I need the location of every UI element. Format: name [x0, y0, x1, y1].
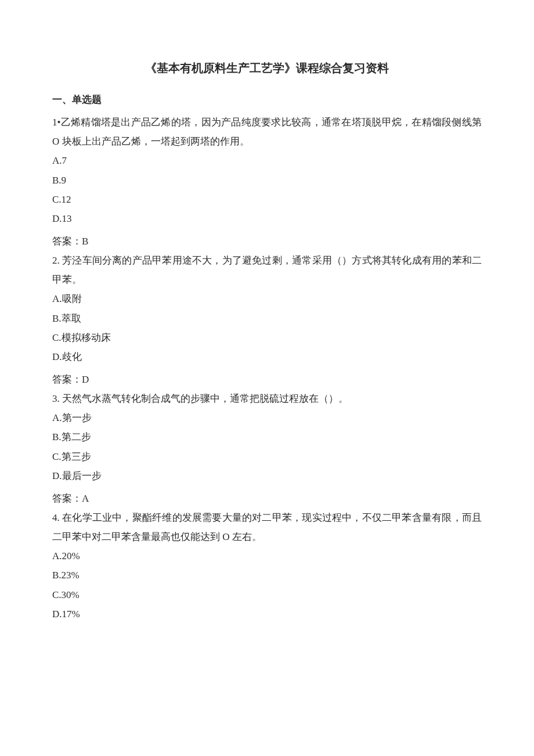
question-3-option-d: D.最后一步 — [52, 466, 482, 485]
question-1-option-a: A.7 — [52, 151, 482, 170]
question-3-answer: 答案：A — [52, 489, 482, 508]
question-1-answer-value: B — [82, 236, 88, 247]
question-3-option-a: A.第一步 — [52, 408, 482, 427]
question-2-option-c: C.模拟移动床 — [52, 328, 482, 347]
question-1-option-c: C.12 — [52, 190, 482, 209]
section-heading: 一、单选题 — [52, 90, 482, 109]
question-1-stem: 1•乙烯精馏塔是出产品乙烯的塔，因为产品纯度要求比较高，通常在塔顶脱甲烷，在精馏… — [52, 113, 482, 151]
question-4: 4. 在化学工业中，聚酯纤维的发展需要大量的对二甲苯，现实过程中，不仅二甲苯含量… — [52, 508, 482, 624]
question-2-stem: 2. 芳泾车间分离的产品甲苯用途不大，为了避免过剩，通常采用（）方式将其转化成有… — [52, 251, 482, 289]
question-2-answer: 答案：D — [52, 370, 482, 389]
question-1-option-d: D.13 — [52, 209, 482, 228]
question-4-option-a: A.20% — [52, 546, 482, 566]
document-title: 《基本有机原料生产工艺学》课程综合复习资料 — [52, 57, 482, 80]
question-2-option-a: A.吸附 — [52, 289, 482, 308]
question-1-option-b: B.9 — [52, 171, 482, 190]
question-1: 1•乙烯精馏塔是出产品乙烯的塔，因为产品纯度要求比较高，通常在塔顶脱甲烷，在精馏… — [52, 113, 482, 251]
question-3-option-c: C.第三步 — [52, 447, 482, 466]
question-4-stem: 4. 在化学工业中，聚酯纤维的发展需要大量的对二甲苯，现实过程中，不仅二甲苯含量… — [52, 508, 482, 546]
question-4-option-d: D.17% — [52, 604, 482, 624]
question-1-answer: 答案：B — [52, 232, 482, 251]
question-2: 2. 芳泾车间分离的产品甲苯用途不大，为了避免过剩，通常采用（）方式将其转化成有… — [52, 251, 482, 389]
question-2-option-b: B.萃取 — [52, 309, 482, 328]
question-4-option-c: C.30% — [52, 585, 482, 604]
question-4-option-b: B.23% — [52, 566, 482, 585]
question-3: 3. 天然气水蒸气转化制合成气的步骤中，通常把脱硫过程放在（）。 A.第一步 B… — [52, 389, 482, 508]
question-3-answer-value: A — [82, 493, 89, 504]
answer-label: 答案： — [52, 236, 82, 247]
question-3-stem: 3. 天然气水蒸气转化制合成气的步骤中，通常把脱硫过程放在（）。 — [52, 389, 482, 408]
question-2-option-d: D.歧化 — [52, 347, 482, 366]
document-page: 《基本有机原料生产工艺学》课程综合复习资料 一、单选题 1•乙烯精馏塔是出产品乙… — [0, 0, 534, 658]
answer-label: 答案： — [52, 493, 82, 504]
answer-label: 答案： — [52, 374, 82, 385]
question-3-option-b: B.第二步 — [52, 427, 482, 447]
question-2-answer-value: D — [82, 374, 89, 385]
